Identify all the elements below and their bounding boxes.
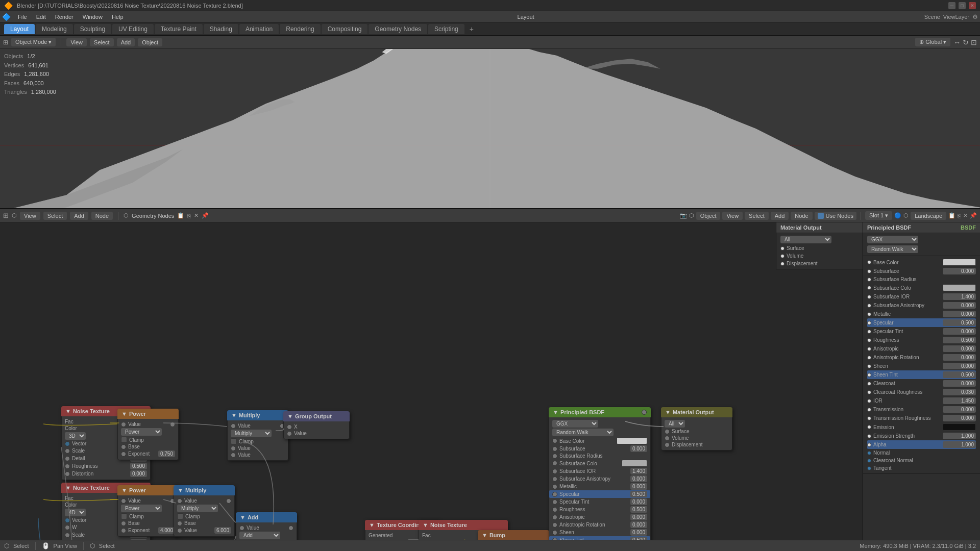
multiply-2-node[interactable]: ▼ Multiply Value Multiply Clamp <box>174 485 235 537</box>
tab-shading[interactable]: Shading <box>204 24 238 34</box>
ne-pin[interactable]: 📌 <box>202 212 209 219</box>
p1-power-select[interactable]: Power <box>121 428 162 436</box>
p1-clamp-cb[interactable] <box>121 437 127 443</box>
global-selector[interactable]: ⊕ Global ▾ <box>915 38 950 46</box>
matout-all-dropdown[interactable]: All <box>780 236 831 243</box>
add-btn-ne[interactable]: Add <box>70 212 88 220</box>
add-btn-right[interactable]: Add <box>771 212 789 220</box>
add-header[interactable]: ▼ Add <box>236 512 297 522</box>
tab-rendering[interactable]: Rendering <box>280 24 320 34</box>
matout-header[interactable]: ▼ Material Output <box>661 407 732 417</box>
principled-bsdf-node[interactable]: ▼ Principled BSDF GGX Random Walk Base C… <box>549 407 651 551</box>
ne-copy[interactable]: 📋 <box>948 212 955 219</box>
p1-header[interactable]: ▼ Power <box>117 409 179 419</box>
m1-clamp-cb[interactable] <box>231 438 237 444</box>
node-btn-ne[interactable]: Node <box>91 212 113 220</box>
bsdf-dist-select[interactable]: GGX <box>552 420 598 428</box>
power-1-node[interactable]: ▼ Power Value Power Clamp <box>117 409 179 460</box>
maximize-button[interactable]: □ <box>959 2 966 9</box>
power-2-node[interactable]: ▼ Power Value Power Clamp <box>117 485 179 537</box>
select-btn-ne[interactable]: Select <box>43 212 67 220</box>
mode-selector[interactable]: Object Mode ▾ <box>11 38 56 46</box>
select-menu[interactable]: Select <box>90 38 114 46</box>
menu-edit[interactable]: Edit <box>32 13 50 21</box>
go-header[interactable]: ▼ Group Output <box>283 411 350 421</box>
rp-met-field[interactable] <box>943 311 976 317</box>
menu-help[interactable]: Help <box>108 13 128 21</box>
rp-anisorot-field[interactable] <box>943 354 976 361</box>
ntm-header[interactable]: ▼ Noise Texture <box>419 520 508 530</box>
ne-pin2[interactable]: 📌 <box>970 212 977 219</box>
multiply-1-node[interactable]: ▼ Multiply Value Multiply Clamp <box>227 410 288 461</box>
bsdf-ssc-swatch[interactable] <box>622 460 647 467</box>
bump-header[interactable]: ▼ Bump <box>478 530 549 540</box>
p2-header[interactable]: ▼ Power <box>117 485 179 495</box>
node-btn-right[interactable]: Node <box>791 212 812 220</box>
tab-compositing[interactable]: Compositing <box>322 24 368 34</box>
p2-pow-select[interactable]: Power <box>121 505 162 512</box>
rp-ssc-swatch[interactable] <box>943 284 976 291</box>
rp-rough-field[interactable] <box>943 337 976 343</box>
view-btn-ne[interactable]: View <box>20 212 40 220</box>
menu-render[interactable]: Render <box>51 13 78 21</box>
add-menu[interactable]: Add <box>117 38 135 46</box>
rp-dist-select[interactable]: GGX <box>867 236 918 243</box>
tab-uv-editing[interactable]: UV Editing <box>112 24 154 34</box>
nt2-dim-select[interactable]: 4D <box>65 509 86 516</box>
rp-sheen-field[interactable] <box>943 363 976 369</box>
viewport-3d[interactable]: ⊞ Object Mode ▾ View Select Add Object ⊕… <box>0 36 980 209</box>
group-output-node[interactable]: ▼ Group Output X Value <box>283 411 350 439</box>
tab-animation[interactable]: Animation <box>239 24 279 34</box>
m1-mul-select[interactable]: Multiply <box>231 430 272 437</box>
add-select[interactable]: Add <box>239 532 280 539</box>
tab-sculpting[interactable]: Sculpting <box>74 24 111 34</box>
rp-spect-field[interactable] <box>943 328 976 335</box>
rp-emit-swatch[interactable] <box>943 423 976 431</box>
nt1-dim-select[interactable]: 3D <box>65 432 86 440</box>
tab-modeling[interactable]: Modeling <box>36 24 73 34</box>
rp-transr-field[interactable] <box>943 415 976 421</box>
m2-clamp-cb[interactable] <box>177 513 183 519</box>
rp-emits-field[interactable] <box>943 433 976 439</box>
bsdf-ss-select[interactable]: Random Walk <box>552 429 614 436</box>
ne-new[interactable]: ⎘ <box>958 213 961 219</box>
rp-trans-field[interactable] <box>943 406 976 413</box>
node-canvas[interactable]: ▶ Group Input Vector ▼ Noise Texture <box>0 222 980 551</box>
rp-ccr-field[interactable] <box>943 389 976 395</box>
m1-header[interactable]: ▼ Multiply <box>227 410 288 420</box>
minimize-button[interactable]: ─ <box>948 2 955 9</box>
select-btn-right[interactable]: Select <box>745 212 769 220</box>
rp-basecolor-swatch[interactable] <box>943 259 976 266</box>
view-menu[interactable]: View <box>66 38 87 46</box>
tab-scripting[interactable]: Scripting <box>428 24 464 34</box>
rp-spec-field[interactable] <box>943 319 976 326</box>
m2-header[interactable]: ▼ Multiply <box>174 485 235 495</box>
slot-selector[interactable]: Slot 1 ▾ <box>865 211 892 220</box>
p2-clamp-cb[interactable] <box>121 513 127 519</box>
rp-sheent-field[interactable] <box>943 371 976 378</box>
bsdf-basecolor-swatch[interactable] <box>617 437 647 444</box>
menu-window[interactable]: Window <box>79 13 107 21</box>
rp-cc-field[interactable] <box>943 380 976 387</box>
use-nodes-button[interactable]: Use Nodes <box>815 212 856 220</box>
object-btn-right[interactable]: Object <box>696 212 721 220</box>
close-button[interactable]: ✕ <box>969 2 976 9</box>
bsdf-header[interactable]: ▼ Principled BSDF <box>549 407 651 417</box>
material-output-node[interactable]: ▼ Material Output All Surface Volume <box>661 407 732 450</box>
landscape-btn[interactable]: Landscape <box>911 212 946 220</box>
view-btn-right[interactable]: View <box>722 212 743 220</box>
rp-ss-field[interactable] <box>943 268 976 274</box>
ne-del[interactable]: ✕ <box>963 212 968 219</box>
matout-all-select[interactable]: All <box>665 420 685 428</box>
m2-mul-select[interactable]: Multiply <box>177 505 218 512</box>
tab-layout[interactable]: Layout <box>4 24 35 34</box>
rp-aniso-field[interactable] <box>943 345 976 352</box>
menu-file[interactable]: File <box>14 13 31 21</box>
rp-ior-field[interactable] <box>943 397 976 404</box>
rp-ssior-field[interactable] <box>943 293 976 300</box>
tab-geometry-nodes[interactable]: Geometry Nodes <box>369 24 427 34</box>
rp-ssa-field[interactable] <box>943 302 976 309</box>
tab-texture-paint[interactable]: Texture Paint <box>155 24 203 34</box>
node-editor[interactable]: ⊞ ⬡ View Select Add Node ⬡ Geometry Node… <box>0 209 980 551</box>
rp-ss-select[interactable]: Random Walk <box>867 245 918 253</box>
